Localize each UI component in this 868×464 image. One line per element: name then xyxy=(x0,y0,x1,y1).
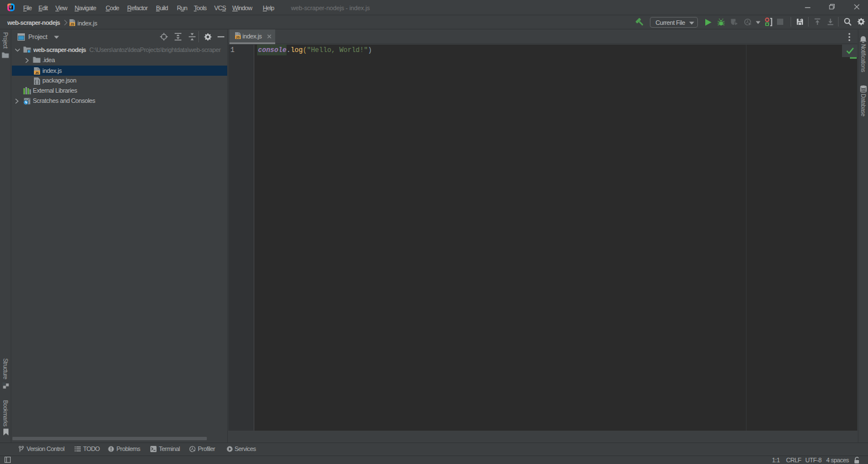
svg-text:JS: JS xyxy=(35,71,39,74)
svg-text:JS: JS xyxy=(70,23,74,26)
svg-text:JS: JS xyxy=(236,36,240,39)
